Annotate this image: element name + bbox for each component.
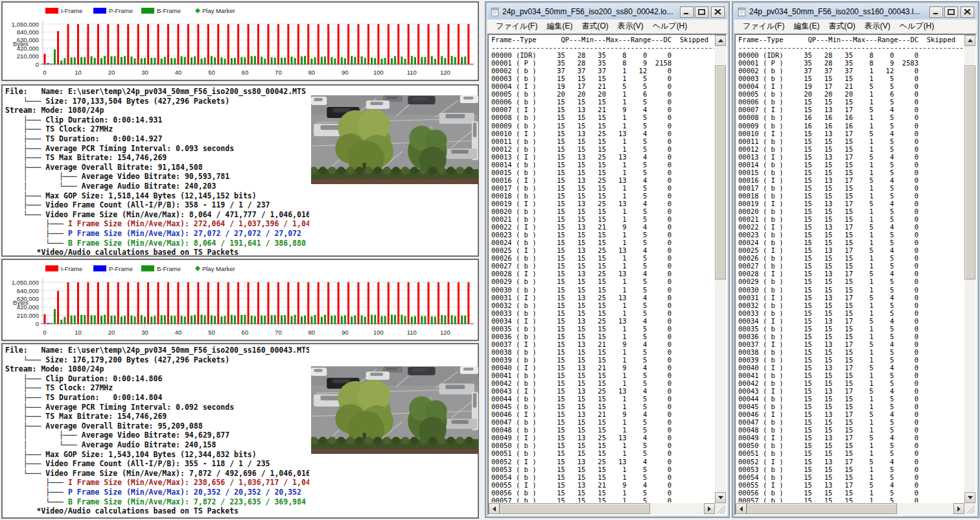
x-tick-label: 100 bbox=[373, 69, 384, 76]
scroll-left-button[interactable] bbox=[736, 503, 747, 514]
b-frame-bar bbox=[404, 316, 406, 324]
b-frame-bar bbox=[80, 57, 82, 64]
menu-item-1[interactable]: 編集(E) bbox=[542, 19, 577, 33]
frame-row: 00029 ( b ) 15 15 15 1 5 0 bbox=[491, 278, 714, 285]
b-frame-bar bbox=[161, 315, 163, 324]
i-frame-bar bbox=[267, 282, 269, 324]
b-frame-bar bbox=[200, 58, 202, 64]
info-line: ├─── Clip Duration: 0:00:14.931 bbox=[5, 115, 309, 125]
horizontal-scroll-thumb[interactable] bbox=[747, 503, 897, 514]
b-frame-bar bbox=[281, 315, 283, 324]
b-frame-bar bbox=[174, 316, 176, 324]
legend-label: P-Frame bbox=[109, 265, 133, 272]
scroll-down-button[interactable] bbox=[715, 492, 726, 503]
frame-row: 00020 ( b ) 15 15 15 1 5 0 bbox=[738, 207, 964, 215]
b-frame-bar bbox=[411, 316, 413, 324]
resize-grip[interactable] bbox=[964, 503, 975, 514]
info-line: Stream: Mode: 1080/24p bbox=[5, 106, 309, 115]
i-frame-bar bbox=[388, 282, 390, 324]
minimize-button[interactable] bbox=[680, 6, 694, 18]
menu-item-3[interactable]: 表示(V) bbox=[613, 19, 648, 33]
i-frame-bar bbox=[57, 31, 59, 64]
horizontal-scrollbar[interactable] bbox=[736, 503, 964, 514]
b-frame-bar bbox=[164, 57, 166, 64]
frame-row: 00017 ( b ) 15 15 15 1 5 0 bbox=[738, 184, 964, 192]
b-frame-bar bbox=[60, 320, 62, 324]
legend-swatch bbox=[141, 8, 154, 14]
horizontal-scroll-thumb[interactable] bbox=[500, 503, 650, 514]
maximize-button[interactable] bbox=[695, 6, 708, 18]
close-button[interactable] bbox=[961, 6, 974, 18]
frame-row: 00018 ( b ) 15 15 15 1 5 0 bbox=[491, 192, 714, 200]
menu-item-2[interactable]: 書式(O) bbox=[577, 19, 612, 33]
i-frame-bar bbox=[228, 24, 229, 64]
x-tick-label: 110 bbox=[407, 329, 417, 336]
horizontal-scrollbar[interactable] bbox=[489, 503, 715, 514]
menu-item-4[interactable]: ヘルプ(H) bbox=[895, 19, 939, 33]
legend-swatch bbox=[45, 265, 58, 271]
play-marker-icon bbox=[195, 8, 200, 14]
frame-row: 00045 ( b ) 15 15 15 1 5 0 bbox=[491, 403, 714, 410]
frame-row: 00010 ( I ) 15 13 25 13 4 0 bbox=[491, 130, 714, 137]
vertical-scrollbar[interactable] bbox=[964, 35, 975, 503]
i-frame-bar bbox=[408, 24, 410, 64]
frame-row: 00030 ( b ) 15 15 15 1 5 0 bbox=[491, 286, 714, 294]
legend-swatch bbox=[93, 8, 106, 14]
b-frame-bar bbox=[464, 316, 466, 324]
scroll-up-button[interactable] bbox=[715, 35, 726, 46]
scroll-down-button[interactable] bbox=[964, 492, 975, 503]
info-line: │ ├─── Average Video Bitrate: 90,593,781 bbox=[5, 172, 309, 182]
i-frame-bar bbox=[117, 24, 119, 64]
b-frame-bar bbox=[341, 57, 343, 64]
b-frame-bar bbox=[84, 315, 86, 324]
b-frame-bar bbox=[424, 316, 426, 324]
vertical-scroll-thumb[interactable] bbox=[715, 65, 726, 279]
menu-bar: ファイル(F)編集(E)書式(O)表示(V)ヘルプ(H) bbox=[734, 19, 977, 34]
bitrate-chart-panel-2: 0210,000420,000630,000840,0001,050,000By… bbox=[1, 259, 479, 341]
menu-item-3[interactable]: 表示(V) bbox=[860, 19, 895, 33]
frame-row: 00001 ( P ) 35 28 35 8 9 2158 bbox=[491, 59, 714, 67]
title-bar[interactable]: 24p_pv034_50mm_F56_iso200_ss160_00043.l.… bbox=[734, 4, 977, 19]
b-frame-bar bbox=[371, 315, 373, 324]
menu-item-4[interactable]: ヘルプ(H) bbox=[648, 19, 692, 33]
maximize-button[interactable] bbox=[944, 6, 958, 18]
vertical-scroll-thumb[interactable] bbox=[964, 65, 975, 279]
menu-item-2[interactable]: 書式(O) bbox=[824, 19, 859, 33]
i-frame-bar bbox=[158, 282, 159, 324]
scroll-right-button[interactable] bbox=[953, 503, 964, 514]
info-line: ├─── Video Frame Count (All-I/P/B): 358 … bbox=[5, 200, 309, 210]
menu-item-1[interactable]: 編集(E) bbox=[789, 19, 824, 33]
menu-item-0[interactable]: ファイル(F) bbox=[738, 19, 789, 33]
vertical-scrollbar[interactable] bbox=[715, 35, 726, 503]
frame-row: 00028 ( I ) 15 13 17 5 4 0 bbox=[738, 270, 964, 278]
y-tick-label: 840,000 bbox=[17, 29, 39, 36]
i-frame-bar bbox=[277, 24, 279, 64]
b-frame-bar bbox=[134, 58, 136, 64]
menu-item-0[interactable]: ファイル(F) bbox=[491, 19, 542, 33]
minimize-button[interactable] bbox=[929, 6, 943, 18]
info-line: │ └─── Average Audio Bitrate: 240,158 bbox=[5, 440, 309, 450]
i-frame-bar bbox=[338, 24, 340, 64]
b-frame-bar bbox=[74, 57, 76, 64]
title-bar[interactable]: 24p_pv034_50mm_F56_iso200_ss80_00042.lo.… bbox=[487, 4, 727, 19]
i-frame-bar bbox=[347, 282, 349, 324]
scroll-up-button[interactable] bbox=[964, 35, 975, 46]
legend-label: I-Frame bbox=[61, 7, 82, 14]
b-frame-bar bbox=[231, 315, 233, 324]
scroll-right-button[interactable] bbox=[704, 503, 715, 514]
legend-label: B-Frame bbox=[157, 265, 181, 272]
close-button[interactable] bbox=[711, 6, 725, 18]
x-tick-label: 0 bbox=[43, 69, 46, 76]
resize-grip[interactable] bbox=[715, 503, 726, 514]
text-editor-area[interactable]: Frame--Type QP---Min---Max---Range---DC … bbox=[487, 34, 727, 515]
i-frame-bar bbox=[287, 24, 289, 64]
b-frame-bar bbox=[100, 316, 102, 324]
b-frame-bar bbox=[301, 56, 303, 64]
y-axis-label: Bytes bbox=[13, 40, 29, 47]
info-line: ├─── TS Duration: 0:00:14.927 bbox=[5, 134, 309, 144]
b-frame-bar bbox=[164, 315, 166, 324]
scroll-left-button[interactable] bbox=[489, 503, 500, 514]
b-frame-bar bbox=[124, 316, 126, 324]
text-editor-area[interactable]: Frame--Type QP---Min---Max---Range---DC … bbox=[734, 34, 977, 515]
b-frame-bar bbox=[310, 58, 312, 64]
